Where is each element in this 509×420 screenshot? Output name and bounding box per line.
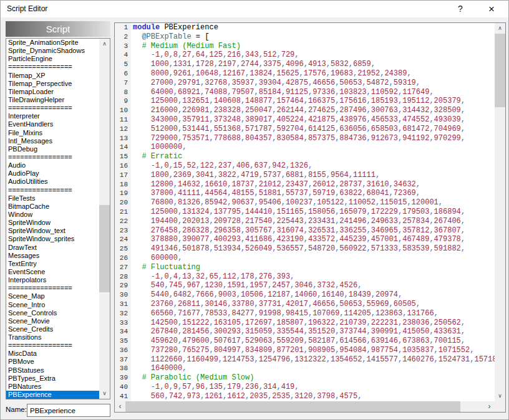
code-line[interactable]: 31 23760,26811,30146,33780,37731,42017,4… bbox=[115, 300, 495, 309]
code-area[interactable]: 1module PBExperience2 @PBExpTable = [3 #… bbox=[115, 23, 495, 401]
code-line[interactable]: 7 27000,29791,32768,35937,39304,42875,46… bbox=[115, 79, 495, 88]
close-icon[interactable]: × bbox=[480, 1, 503, 17]
list-item[interactable]: Scene_Movie bbox=[6, 317, 99, 325]
code-line[interactable]: 35 459620,479600,507617,529063,559209,58… bbox=[115, 336, 495, 346]
list-item[interactable]: MiscData bbox=[6, 350, 99, 358]
list-item[interactable]: PBDebug bbox=[6, 145, 99, 153]
script-list[interactable]: Sprite_AnimationSpriteSprite_DynamicShad… bbox=[6, 39, 99, 399]
scroll-down-icon[interactable]: ∨ bbox=[495, 391, 505, 401]
list-item[interactable]: Scene_Controls bbox=[6, 309, 99, 317]
list-item[interactable]: Messages bbox=[6, 252, 99, 260]
code-line[interactable]: 41 560,742,973,1261,1612,2035,2535,3120,… bbox=[115, 392, 495, 401]
code-line[interactable]: 29 540,745,967,1230,1591,1957,2457,3046,… bbox=[115, 281, 495, 290]
list-item[interactable]: TextEntry bbox=[6, 260, 99, 268]
code-line[interactable]: 1module PBExperience bbox=[115, 23, 495, 32]
list-item[interactable]: ================ bbox=[6, 104, 99, 112]
code-editor[interactable]: 1module PBExperience2 @PBExpTable = [3 #… bbox=[114, 22, 506, 413]
editor-vscroll-thumb[interactable] bbox=[495, 34, 505, 107]
scroll-left-icon[interactable]: ‹ bbox=[115, 401, 125, 412]
editor-hscroll-track[interactable] bbox=[125, 401, 484, 412]
list-item[interactable]: Transitions bbox=[6, 333, 99, 341]
list-item[interactable]: ================ bbox=[6, 63, 99, 71]
scroll-right-icon[interactable]: › bbox=[484, 401, 495, 412]
list-item[interactable]: EventScene bbox=[6, 268, 99, 276]
list-item[interactable]: BitmapCache bbox=[6, 203, 99, 211]
code-line[interactable]: 24 378880,390077,400293,411686,423190,43… bbox=[115, 235, 495, 244]
list-scrollbar-thumb[interactable] bbox=[99, 205, 110, 292]
code-line[interactable]: 16 -1,0,15,52,122,237,406,637,942,1326, bbox=[115, 161, 495, 171]
list-item[interactable]: Tilemap_Perspective bbox=[6, 80, 99, 88]
editor-horizontal-scrollbar[interactable]: ‹ › bbox=[115, 401, 495, 412]
code-line[interactable]: 38 1640000, bbox=[115, 364, 495, 373]
code-line[interactable]: 28 -1,0,4,13,32,65,112,178,276,393, bbox=[115, 272, 495, 282]
list-item[interactable]: FileTests bbox=[6, 194, 99, 203]
list-item[interactable]: ParticleEngine bbox=[6, 55, 99, 63]
list-item[interactable]: Interpreter bbox=[6, 112, 99, 120]
code-line[interactable]: 21 125000,131324,137795,144410,151165,15… bbox=[115, 208, 495, 217]
list-item[interactable]: PBStatuses bbox=[6, 366, 99, 375]
list-item[interactable]: File_Mixins bbox=[6, 129, 99, 137]
code-line[interactable]: 15 # Erratic bbox=[115, 152, 495, 161]
list-item[interactable]: ================ bbox=[6, 153, 99, 161]
list-scrollbar-track[interactable] bbox=[99, 49, 110, 388]
scroll-down-icon[interactable]: ∨ bbox=[99, 388, 110, 399]
code-line[interactable]: 19 37800,41111,44564,48155,51881,55737,5… bbox=[115, 189, 495, 198]
code-line[interactable]: 2 @PBExpTable = [ bbox=[115, 32, 495, 42]
code-line[interactable]: 3 # Medium (Medium Fast) bbox=[115, 42, 495, 51]
list-item[interactable]: TilemapLoader bbox=[6, 88, 99, 96]
code-line[interactable]: 40 -1,0,9,57,96,135,179,236,314,419, bbox=[115, 383, 495, 392]
code-line[interactable]: 14 1000000, bbox=[115, 143, 495, 152]
list-item[interactable]: AudioUtilities bbox=[6, 178, 99, 186]
script-name-input[interactable] bbox=[27, 404, 110, 417]
list-item[interactable]: SpriteWindow_text bbox=[6, 227, 99, 235]
list-item[interactable]: Scene_Map bbox=[6, 292, 99, 300]
list-item[interactable]: PBNatures bbox=[6, 383, 99, 391]
code-line[interactable]: 36 737280,765275,804997,834809,877201,90… bbox=[115, 346, 495, 355]
code-line[interactable]: 10 216000,226981,238328,250047,262144,27… bbox=[115, 106, 495, 115]
list-item[interactable]: Audio bbox=[6, 161, 99, 169]
list-item[interactable]: DrawText bbox=[6, 244, 99, 252]
editor-hscroll-thumb[interactable] bbox=[125, 401, 460, 412]
scroll-up-icon[interactable]: ∧ bbox=[99, 39, 110, 49]
editor-vscroll-track[interactable] bbox=[495, 34, 505, 391]
list-item[interactable]: TileDrawingHelper bbox=[6, 96, 99, 104]
code-line[interactable]: 25 491346,501878,513934,526049,536557,54… bbox=[115, 244, 495, 254]
list-item[interactable]: EventHandlers bbox=[6, 120, 99, 128]
editor-vertical-scrollbar[interactable]: ∧ ∨ bbox=[495, 23, 505, 401]
code-line[interactable]: 23 276458,286328,296358,305767,316074,32… bbox=[115, 226, 495, 236]
code-line[interactable]: 8 64000,68921,74088,79507,85184,91125,97… bbox=[115, 88, 495, 97]
list-vertical-scrollbar[interactable]: ∧ ∨ bbox=[99, 39, 110, 399]
code-line[interactable]: 26 600000, bbox=[115, 254, 495, 263]
scroll-up-icon[interactable]: ∧ bbox=[495, 23, 505, 34]
code-line[interactable]: 39 # Parabolic (Medium Slow) bbox=[115, 373, 495, 383]
code-line[interactable]: 9 125000,132651,140608,148877,157464,166… bbox=[115, 97, 495, 106]
code-line[interactable]: 20 76800,81326,85942,90637,95406,100237,… bbox=[115, 198, 495, 208]
list-item[interactable]: AudioPlay bbox=[6, 169, 99, 178]
list-item[interactable]: PBExperience bbox=[6, 391, 99, 399]
code-line[interactable]: 32 66560,71677,78533,84277,91998,98415,1… bbox=[115, 309, 495, 318]
list-item[interactable]: PBTypes_Extra bbox=[6, 375, 99, 383]
list-item[interactable]: SpriteWindow bbox=[6, 219, 99, 227]
list-item[interactable]: Tilemap_XP bbox=[6, 72, 99, 80]
list-item[interactable]: ================ bbox=[6, 186, 99, 194]
list-item[interactable]: Scene_Intro bbox=[6, 301, 99, 309]
code-line[interactable]: 33 142500,151222,163105,172697,185807,19… bbox=[115, 318, 495, 328]
list-item[interactable]: Sprite_DynamicShadows bbox=[6, 47, 99, 55]
list-item[interactable]: Window bbox=[6, 211, 99, 219]
list-item[interactable]: Interpolators bbox=[6, 276, 99, 284]
code-line[interactable]: 6 8000,9261,10648,12167,13824,15625,1757… bbox=[115, 69, 495, 79]
code-line[interactable]: 13 729000,753571,778688,804357,830584,85… bbox=[115, 134, 495, 143]
code-line[interactable]: 17 1800,2369,3041,3822,4719,5737,6881,81… bbox=[115, 171, 495, 180]
code-line[interactable]: 34 267840,281456,300293,315059,335544,35… bbox=[115, 327, 495, 336]
list-item[interactable]: Sprite_AnimationSprite bbox=[6, 39, 99, 47]
code-line[interactable]: 30 5440,6482,7666,9003,10506,12187,14060… bbox=[115, 290, 495, 300]
code-line[interactable]: 37 1122660,1160499,1214753,1254796,13123… bbox=[115, 355, 495, 365]
script-listbox[interactable]: Sprite_AnimationSpriteSprite_DynamicShad… bbox=[6, 38, 110, 399]
list-item[interactable]: PBMove bbox=[6, 358, 99, 366]
list-item[interactable]: SpriteWindow_sprites bbox=[6, 235, 99, 243]
list-item[interactable]: ================ bbox=[6, 341, 99, 350]
list-item[interactable]: Intl_Messages bbox=[6, 137, 99, 145]
code-line[interactable]: 27 # Fluctuating bbox=[115, 263, 495, 272]
list-item[interactable]: Scene_Credits bbox=[6, 325, 99, 333]
help-button[interactable]: ? bbox=[448, 1, 472, 17]
